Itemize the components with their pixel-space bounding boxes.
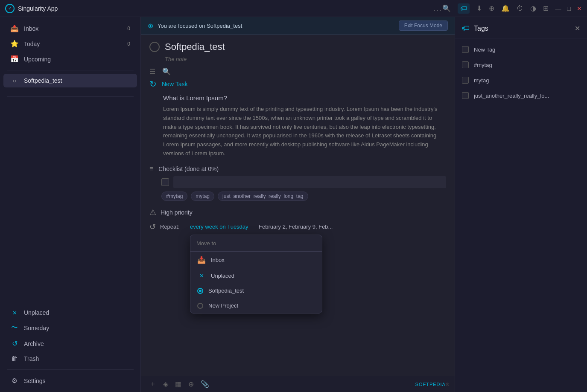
new-task-row: ↻ New Task (149, 79, 446, 89)
app-menu-button[interactable]: ... (433, 4, 442, 13)
task-content: ↻ New Task What is Lorem Ipsum? Lorem Ip… (141, 79, 455, 376)
today-icon: ⭐ (10, 40, 19, 48)
sidebar-item-label-today: Today (24, 41, 40, 47)
diamond-icon[interactable]: ◈ (163, 380, 168, 388)
sidebar-item-someday[interactable]: 〜 Someday (3, 320, 137, 336)
exit-focus-button[interactable]: Exit Focus Mode (399, 20, 448, 31)
titlebar-icons: 🔍 🏷 ⬇ ⊕ 🔔 ⏱ ◑ ⊞ (442, 3, 549, 14)
expand-icon[interactable]: ⊞ (543, 4, 549, 12)
sidebar-item-unplaced[interactable]: ✕ Unplaced (3, 306, 137, 319)
sidebar-item-label-someday: Someday (24, 325, 49, 331)
settings-icon: ⚙ (10, 377, 19, 385)
sidebar-item-settings[interactable]: ⚙ Settings (3, 373, 137, 388)
minimize-button[interactable]: — (555, 5, 561, 12)
sidebar-item-upcoming[interactable]: 📅 Upcoming (3, 52, 137, 67)
inline-tags-row: #mytag mytag just_another_really_really_… (161, 192, 446, 201)
move-to-unplaced[interactable]: ✕ Unplaced (190, 268, 322, 283)
bell-icon[interactable]: 🔔 (501, 4, 510, 12)
main-layout: 📥 Inbox 0 ⭐ Today 0 📅 Upcoming ○ Softped… (0, 17, 587, 392)
task-note[interactable]: The note (141, 54, 455, 64)
move-to-softpedia[interactable]: Softpedia_test (190, 283, 322, 298)
tag-item-name-mytag2: mytag (474, 77, 489, 84)
app-title: Singularity App (18, 5, 58, 12)
repeat-row: ↺ Repeat: every week on Tuesday February… (149, 222, 446, 232)
search-in-task-icon[interactable]: 🔍 (162, 67, 171, 75)
move-to-dropdown: 📥 Inbox ✕ Unplaced Softpedia_test New Pr… (190, 235, 322, 314)
sidebar: 📥 Inbox 0 ⭐ Today 0 📅 Upcoming ○ Softped… (0, 17, 141, 392)
sidebar-item-softpedia-test[interactable]: ○ Softpedia_test (3, 74, 137, 87)
move-to-search-box[interactable] (190, 235, 322, 252)
sidebar-item-today[interactable]: ⭐ Today 0 (3, 36, 137, 51)
tags-panel-header: 🏷 Tags ✕ (455, 17, 587, 38)
sidebar-item-trash[interactable]: 🗑 Trash (3, 351, 137, 366)
new-task-label[interactable]: New Task (162, 81, 187, 87)
move-to-new-project-label: New Project (208, 302, 238, 309)
maximize-button[interactable]: □ (567, 5, 571, 12)
softpedia-watermark: SOFTPEDIA® (415, 382, 450, 387)
priority-label: High priority (161, 209, 193, 216)
focus-mode-icon: ⊕ (148, 22, 153, 30)
target-bottom-icon[interactable]: ⊕ (188, 380, 194, 388)
tag-item-new[interactable]: New Tag (455, 42, 587, 57)
titlebar-left: ✓ Singularity App ... (5, 4, 442, 13)
move-to-new-project[interactable]: New Project (190, 298, 322, 313)
sidebar-item-inbox[interactable]: 📥 Inbox 0 (3, 21, 137, 36)
task-body: Lorem Ipsum is simply dummy text of the … (149, 105, 446, 158)
sidebar-item-archive[interactable]: ↺ Archive (3, 336, 137, 351)
tags-panel-close-button[interactable]: ✕ (575, 24, 580, 32)
move-to-inbox-label: Inbox (211, 257, 225, 263)
sidebar-bottom: ✕ Unplaced 〜 Someday ↺ Archive 🗑 Trash ⚙… (0, 302, 140, 392)
checklist-checkbox[interactable] (161, 178, 169, 186)
search-icon[interactable]: 🔍 (442, 4, 451, 12)
titlebar-controls: — □ ✕ (555, 5, 582, 12)
target-icon[interactable]: ⊕ (489, 4, 494, 12)
checklist-label: Checklist (done at 0%) (158, 166, 219, 172)
tag-chip-long[interactable]: just_another_really_really_long_tag (218, 192, 308, 201)
content-area: ⊕ You are focused on Softpedia_test Exit… (141, 17, 455, 392)
move-to-input[interactable] (196, 240, 316, 247)
move-to-radio-new (197, 303, 203, 309)
sidebar-divider-mid (7, 96, 134, 97)
tag-checkbox-long[interactable] (462, 92, 469, 99)
checklist-icon: ≡ (149, 165, 153, 173)
tag-item-mytag1[interactable]: #mytag (455, 57, 587, 73)
new-task-refresh-icon: ↻ (149, 79, 157, 89)
attachment-icon[interactable]: 📎 (201, 380, 209, 388)
tag-checkbox-new[interactable] (462, 46, 469, 53)
repeat-frequency-link[interactable]: every week on Tuesday (190, 224, 248, 230)
checklist-text-input[interactable] (173, 176, 446, 188)
tag-checkbox-mytag1[interactable] (462, 61, 469, 68)
app-icon-symbol: ✓ (8, 6, 12, 11)
task-completion-circle[interactable] (149, 42, 160, 52)
today-badge: 0 (127, 41, 130, 47)
tag-chip-mytag1[interactable]: #mytag (161, 192, 187, 201)
task-question: What is Lorem Ipsum? (149, 94, 446, 102)
tag-item-long[interactable]: just_another_really_really_lo... (455, 88, 587, 103)
grid-icon[interactable]: ▦ (175, 380, 181, 388)
tags-panel: 🏷 Tags ✕ New Tag #mytag mytag just_anoth… (455, 17, 587, 392)
repeat-text: Repeat: (160, 224, 180, 230)
download-icon[interactable]: ⬇ (476, 4, 482, 12)
tag-checkbox-mytag2[interactable] (462, 77, 469, 84)
tag-item-mytag2[interactable]: mytag (455, 73, 587, 88)
move-to-inbox-icon: 📥 (197, 256, 206, 264)
task-title[interactable]: Softpedia_test (165, 41, 225, 52)
task-toolbar: ☰ 🔍 (141, 64, 455, 79)
sidebar-divider-1 (7, 70, 134, 70)
add-icon[interactable]: ＋ (149, 380, 156, 389)
move-to-inbox[interactable]: 📥 Inbox (190, 252, 322, 268)
project-icon: ○ (10, 77, 19, 84)
tag-icon[interactable]: 🏷 (458, 3, 470, 14)
contrast-icon[interactable]: ◑ (530, 4, 536, 12)
tags-panel-title: Tags (474, 25, 570, 32)
clock-icon[interactable]: ⏱ (517, 5, 523, 12)
list-icon[interactable]: ☰ (149, 67, 155, 75)
sidebar-item-label-softpedia: Softpedia_test (24, 77, 62, 84)
close-button[interactable]: ✕ (577, 5, 582, 12)
checklist-item[interactable] (149, 176, 446, 188)
someday-icon: 〜 (10, 323, 19, 332)
tag-chip-mytag2[interactable]: mytag (191, 192, 214, 201)
task-bottom-bar: ＋ ◈ ▦ ⊕ 📎 (141, 376, 455, 392)
app-icon: ✓ (5, 4, 15, 13)
sidebar-item-label-inbox: Inbox (24, 25, 38, 32)
